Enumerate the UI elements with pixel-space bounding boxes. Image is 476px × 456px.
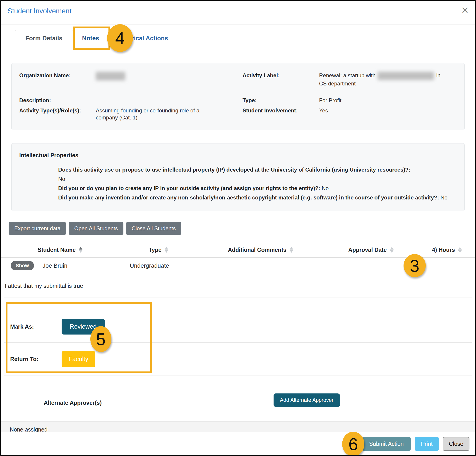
annotation-circle-6: 6 (342, 432, 364, 456)
type-value: For Profit (319, 97, 446, 104)
intellectual-properties-heading: Intellectual Properties (19, 152, 457, 159)
column-header-hours[interactable]: 4) Hours (418, 246, 475, 253)
annotation-circle-3: 3 (404, 254, 426, 277)
activity-label-label: Activity Label: (243, 72, 319, 94)
organization-name-value (96, 72, 223, 94)
column-header-hours-label: 4) Hours (432, 246, 455, 253)
show-button[interactable]: Show (11, 261, 34, 270)
column-header-approval-date[interactable]: Approval Date (323, 246, 418, 253)
ip-question-1-text: Does this activity use or propose to use… (58, 167, 410, 173)
form-details-right-column: Activity Label: Renewal: a startup withi… (243, 72, 457, 121)
description-label: Description: (19, 97, 96, 104)
ip-answer-2: No (322, 185, 329, 191)
sort-icon (390, 247, 394, 253)
student-involvement-value: Yes (319, 107, 446, 114)
ip-answer-1: No (58, 174, 448, 184)
annotation-circle-5: 5 (90, 326, 111, 352)
students-table: Student Name Type Additional Comments Ap… (1, 246, 475, 274)
redacted-activity-label (378, 72, 434, 80)
alternate-approvers-heading: Alternate Approver(s) (1, 400, 102, 406)
sort-icon (165, 247, 168, 253)
students-table-header: Student Name Type Additional Comments Ap… (1, 246, 475, 257)
alternate-approvers-section: Alternate Approver(s) Add Alternate Appr… (1, 390, 475, 416)
modal-footer: Submit Action Print Close (1, 432, 475, 455)
activity-type-value: Assuming founding or co-founding role of… (96, 107, 223, 121)
student-name-cell: Show Joe Bruin (1, 261, 119, 270)
student-type-cell: Undergraduate (119, 262, 198, 269)
redacted-organization-name (96, 72, 125, 80)
activity-type-label: Activity Type(s)/Role(s): (19, 107, 96, 121)
type-label: Type: (243, 97, 319, 104)
close-button[interactable]: Close (443, 437, 469, 451)
activity-label-prefix: Renewal: a startup with (319, 72, 375, 79)
submit-action-button[interactable]: Submit Action (362, 437, 411, 451)
ip-question-3-text: Did you make any invention and/or create… (58, 194, 439, 201)
column-header-student-name[interactable]: Student Name (1, 246, 119, 253)
student-name: Joe Bruin (42, 262, 68, 269)
ip-question-2: Did you or do you plan to create any IP … (58, 184, 448, 193)
tab-form-details[interactable]: Form Details (15, 30, 73, 47)
annotation-box-notes-tab (73, 26, 110, 50)
sort-icon (458, 247, 462, 253)
table-toolbar: Export current data Open All Students Cl… (8, 222, 468, 235)
row-spacer (4, 376, 472, 390)
form-details-left-column: Organization Name: Description: Activity… (19, 72, 233, 121)
add-alternate-approver-button[interactable]: Add Alternate Approver (273, 394, 340, 407)
print-button[interactable]: Print (415, 437, 439, 451)
export-current-data-button[interactable]: Export current data (8, 222, 66, 235)
organization-name-label: Organization Name: (19, 72, 96, 94)
annotation-circle-4: 4 (107, 24, 133, 52)
ip-question-1: Does this activity use or propose to use… (58, 165, 448, 184)
form-details-card: Organization Name: Description: Activity… (11, 63, 465, 130)
modal-title: Student Involvement (8, 7, 72, 15)
close-all-students-button[interactable]: Close All Students (126, 222, 181, 235)
sort-icon (290, 247, 293, 253)
column-header-type[interactable]: Type (119, 246, 198, 253)
student-involvement-modal: Student Involvement ✕ Form Details Notes… (0, 0, 476, 456)
intellectual-properties-card: Intellectual Properties Does this activi… (11, 143, 465, 211)
annotation-box-mark-as (6, 302, 152, 373)
close-icon[interactable]: ✕ (461, 6, 469, 15)
sort-icon (79, 247, 82, 253)
column-header-type-label: Type (149, 246, 162, 253)
ip-question-3: Did you make any invention and/or create… (58, 193, 448, 202)
student-involvement-label: Student Involvement: (243, 107, 319, 114)
activity-label-value: Renewal: a startup within CS department (319, 72, 446, 94)
column-header-approval-date-label: Approval Date (348, 246, 387, 253)
open-all-students-button[interactable]: Open All Students (69, 222, 123, 235)
modal-header: Student Involvement ✕ (1, 1, 475, 25)
column-header-student-name-label: Student Name (38, 246, 76, 253)
tab-bar: Form Details Notes Historical Actions (1, 25, 475, 47)
description-value (96, 97, 223, 104)
column-header-additional-comments-label: Additional Comments (228, 246, 286, 253)
ip-question-2-text: Did you or do you plan to create any IP … (58, 185, 320, 191)
column-header-additional-comments[interactable]: Additional Comments (198, 246, 323, 253)
ip-answer-3: No (441, 194, 448, 201)
attestation-text: I attest that my submittal is true (4, 274, 472, 298)
